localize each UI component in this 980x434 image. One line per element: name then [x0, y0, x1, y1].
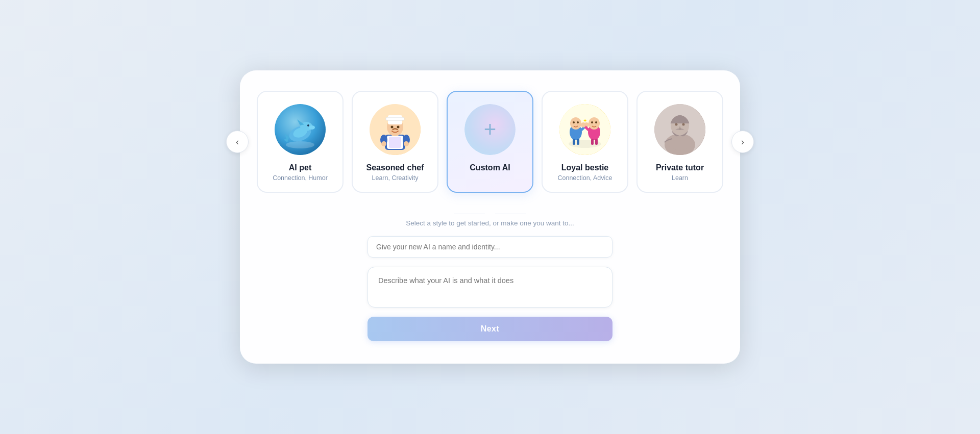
card-ai-pet-name: AI pet: [289, 163, 311, 172]
svg-point-9: [286, 141, 314, 148]
svg-text:✦: ✦: [583, 118, 587, 123]
svg-point-22: [404, 141, 409, 146]
avatar-ai-pet: [275, 104, 326, 155]
svg-point-27: [577, 121, 579, 123]
divider-bar: [454, 214, 526, 215]
card-private-tutor[interactable]: Private tutor Learn: [636, 91, 723, 193]
card-ai-pet[interactable]: AI pet Connection, Humor: [257, 91, 344, 193]
card-private-tutor-name: Private tutor: [656, 163, 704, 172]
avatar-loyal-bestie: ✦: [559, 104, 610, 155]
card-private-tutor-tags: Learn: [672, 174, 688, 182]
chevron-left-icon: ‹: [236, 137, 239, 147]
svg-point-25: [570, 117, 581, 130]
card-loyal-bestie-tags: Connection, Advice: [557, 174, 612, 182]
svg-rect-41: [595, 139, 598, 145]
avatar-seasoned-chef: [370, 104, 421, 155]
svg-point-32: [591, 121, 593, 123]
svg-rect-40: [591, 139, 594, 145]
card-seasoned-chef-name: Seasoned chef: [366, 163, 424, 172]
svg-point-46: [675, 123, 678, 126]
card-custom-ai[interactable]: + Custom AI: [447, 91, 533, 193]
svg-rect-38: [573, 139, 575, 145]
card-loyal-bestie[interactable]: ✦ Loyal bestie Connection, Advice: [542, 91, 628, 193]
svg-rect-16: [386, 117, 404, 120]
description-textarea[interactable]: [368, 267, 612, 308]
carousel-prev-button[interactable]: ‹: [226, 131, 249, 153]
svg-point-47: [682, 123, 685, 126]
svg-rect-39: [577, 139, 579, 145]
svg-point-31: [589, 117, 600, 130]
svg-point-17: [391, 126, 394, 129]
plus-icon: +: [484, 117, 497, 142]
card-seasoned-chef[interactable]: Seasoned chef Learn, Creativity: [352, 91, 438, 193]
next-button[interactable]: Next: [368, 317, 612, 341]
ai-name-input[interactable]: [368, 236, 612, 258]
card-seasoned-chef-tags: Learn, Creativity: [372, 174, 418, 182]
card-loyal-bestie-name: Loyal bestie: [561, 163, 608, 172]
section-divider: Select a style to get started, or make o…: [256, 207, 724, 227]
svg-point-26: [573, 121, 575, 123]
main-card: ‹: [240, 70, 740, 364]
avatar-custom-ai: +: [464, 104, 516, 155]
carousel-next-button[interactable]: ›: [731, 131, 754, 153]
chevron-right-icon: ›: [741, 137, 744, 147]
card-ai-pet-tags: Connection, Humor: [273, 174, 328, 182]
carousel: ‹: [256, 91, 724, 193]
svg-point-4: [309, 125, 315, 130]
svg-point-18: [397, 126, 400, 129]
svg-point-33: [595, 121, 597, 123]
card-custom-ai-name: Custom AI: [470, 163, 510, 172]
subtitle-text: Select a style to get started, or make o…: [256, 219, 724, 227]
svg-rect-13: [389, 137, 401, 148]
svg-point-21: [381, 141, 386, 146]
svg-point-5: [307, 124, 309, 126]
avatar-private-tutor: [654, 104, 705, 155]
cards-row: AI pet Connection, Humor: [249, 91, 731, 193]
name-input-row: [368, 236, 612, 258]
